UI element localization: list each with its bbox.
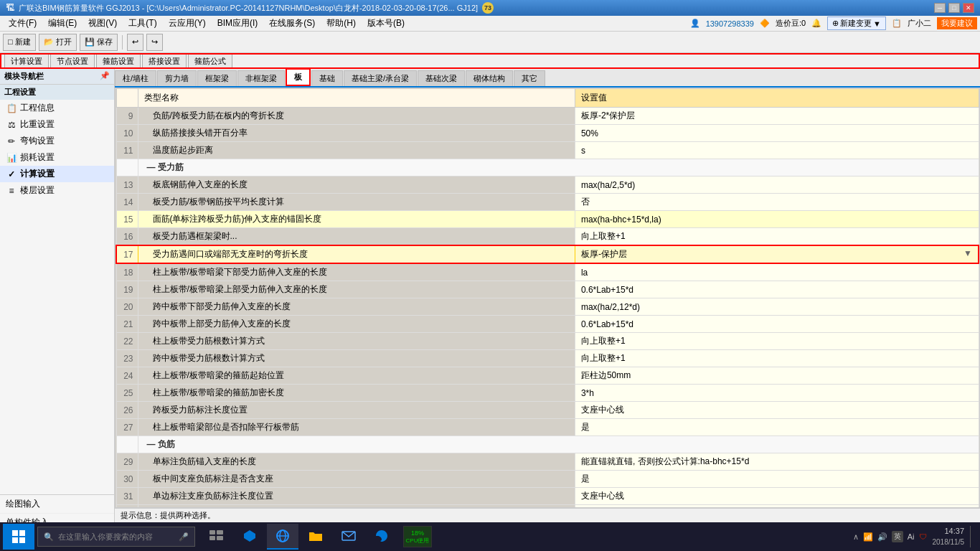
taskbar-mail[interactable] [333, 524, 364, 550]
menu-online[interactable]: 在线服务(S) [263, 16, 321, 31]
menu-file[interactable]: 文件(F) [3, 16, 42, 31]
table-row: — 负筋 [116, 436, 979, 453]
row-value[interactable]: 是 [575, 471, 979, 488]
svg-rect-2 [12, 537, 18, 543]
table-row[interactable]: 23跨中板带受力筋根数计算方式向上取整+1 [116, 350, 979, 367]
save-button[interactable]: 💾 保存 [80, 34, 118, 51]
tab-calc-settings[interactable]: 计算设置 [4, 54, 49, 69]
sidebar-item-hook-settings[interactable]: ✏ 弯钩设置 [0, 133, 114, 149]
taskbar-store[interactable] [234, 524, 265, 550]
row-value[interactable]: 距柱边50mm [575, 367, 979, 385]
row-value[interactable]: 能直锚就直锚, 否则按公式计算:ha-bhc+15*d [575, 453, 979, 471]
tab-shear-wall[interactable]: 剪力墙 [157, 70, 197, 86]
row-value[interactable]: 向上取整+1 [575, 228, 979, 246]
taskbar-ie[interactable] [267, 524, 298, 550]
sidebar-pin[interactable]: 📌 [100, 71, 110, 80]
tray-up-arrow[interactable]: ∧ [853, 532, 859, 542]
sidebar-draw-input[interactable]: 绘图输入 [0, 495, 114, 514]
table-row[interactable]: 13板底钢筋伸入支座的长度max(ha/2,5*d) [116, 176, 979, 194]
table-row[interactable]: 20跨中板带下部受力筋伸入支座的长度max(ha/2,12*d) [116, 298, 979, 316]
table-row[interactable]: 30板中间支座负筋标注是否含支座是 [116, 471, 979, 488]
taskbar-task-view[interactable] [201, 524, 232, 550]
menu-tools[interactable]: 工具(T) [123, 16, 162, 31]
table-row[interactable]: 27柱上板带暗梁部位是否扣除平行板带筋是 [116, 419, 979, 436]
row-value[interactable]: 向上取整+1 [575, 333, 979, 350]
row-value[interactable]: 支座中心线 [575, 488, 979, 505]
table-row[interactable]: 21跨中板带上部受力筋伸入支座的长度0.6*Lab+15*d [116, 316, 979, 333]
redo-button[interactable]: ↪ [146, 34, 163, 51]
table-row[interactable]: 25柱上板带/板带暗梁的箍筋加密长度3*h [116, 385, 979, 402]
table-row[interactable]: 22柱上板带受力筋根数计算方式向上取整+1 [116, 333, 979, 350]
row-value[interactable]: la [575, 263, 979, 281]
row-value[interactable]: 板厚-保护层 ▼ [575, 245, 979, 263]
row-value[interactable]: 向上取整+1 [575, 350, 979, 367]
menu-version[interactable]: 版本号(B) [362, 16, 410, 31]
row-value[interactable]: 50% [575, 125, 979, 142]
table-row[interactable]: 24柱上板带/板带暗梁的箍筋起始位置距柱边50mm [116, 367, 979, 385]
tab-foundation-secondary-beam[interactable]: 基础次梁 [418, 70, 465, 86]
table-row[interactable]: 19柱上板带/板带暗梁上部受力筋伸入支座的长度0.6*Lab+15*d [116, 281, 979, 298]
tab-stirrup-formula[interactable]: 箍筋公式 [188, 54, 232, 69]
start-button[interactable] [3, 524, 34, 550]
row-value[interactable]: max(ha/2,12*d) [575, 298, 979, 316]
menu-bar: 文件(F) 编辑(E) 视图(V) 工具(T) 云应用(Y) BIM应用(I) … [0, 16, 980, 32]
taskbar-search-bar[interactable]: 🔍 在这里输入你要搜索的内容 🎤 [37, 527, 195, 547]
tab-node-settings[interactable]: 节点设置 [50, 54, 95, 69]
sidebar-item-calc-settings[interactable]: ✓ 计算设置 [0, 166, 114, 182]
table-row[interactable]: 26跨板受力筋标注长度位置支座中心线 [116, 402, 979, 419]
table-row[interactable]: 29单标注负筋锚入支座的长度能直锚就直锚, 否则按公式计算:ha-bhc+15*… [116, 453, 979, 471]
table-row[interactable]: 31单边标注支座负筋标注长度位置支座中心线 [116, 488, 979, 505]
new-change-button[interactable]: ⊕ 新建变更 ▼ [827, 17, 886, 30]
open-button[interactable]: 📂 打开 [39, 34, 77, 51]
taskbar-edge[interactable] [366, 524, 397, 550]
menu-view[interactable]: 视图(V) [83, 16, 123, 31]
suggest-button[interactable]: 我要建议 [937, 17, 977, 29]
row-value[interactable]: 支座中心线 [575, 402, 979, 419]
row-value[interactable]: max(ha-bhc+15*d,la) [575, 211, 979, 228]
row-value[interactable]: s [575, 142, 979, 159]
undo-button[interactable]: ↩ [127, 34, 143, 51]
table-row[interactable]: 17受力筋遇间口或端部无支座时的弯折长度板厚-保护层 ▼ [116, 245, 979, 263]
row-value[interactable]: 0.6*Lab+15*d [575, 281, 979, 298]
svg-rect-3 [19, 537, 25, 543]
table-row[interactable]: 15面筋(单标注跨板受力筋)伸入支座的锚固长度max(ha-bhc+15*d,l… [116, 211, 979, 228]
taskbar-folder[interactable] [300, 524, 331, 550]
sidebar-item-loss-settings[interactable]: 📊 损耗设置 [0, 149, 114, 166]
row-value[interactable]: 是 [575, 419, 979, 436]
show-desktop-button[interactable] [970, 526, 974, 547]
table-row[interactable]: 9负筋/跨板受力筋在板内的弯折长度板厚-2*保护层 [116, 108, 979, 125]
tab-frame-beam[interactable]: 框架梁 [197, 70, 237, 86]
row-value[interactable]: 否 [575, 194, 979, 211]
table-row[interactable]: 16板受力筋遇框架梁时...向上取整+1 [116, 228, 979, 246]
table-row[interactable]: 11温度筋起步距离s [116, 142, 979, 159]
close-button[interactable]: ✕ [963, 3, 974, 13]
row-value[interactable]: max(ha/2,5*d) [575, 176, 979, 194]
sidebar-item-project-info[interactable]: 📋 工程信息 [0, 100, 114, 116]
tab-non-frame-beam[interactable]: 非框架梁 [237, 70, 285, 86]
tab-masonry[interactable]: 砌体结构 [466, 70, 513, 86]
new-button[interactable]: □ 新建 [3, 34, 36, 51]
sidebar-item-specific-gravity[interactable]: ⚖ 比重设置 [0, 116, 114, 133]
tab-stirrup-settings[interactable]: 箍筋设置 [96, 54, 141, 69]
menu-cloud[interactable]: 云应用(Y) [163, 16, 212, 31]
row-name: 面筋(单标注跨板受力筋)伸入支座的锚固长度 [138, 211, 575, 228]
menu-bim[interactable]: BIM应用(I) [212, 16, 264, 31]
row-value[interactable]: 3*h [575, 385, 979, 402]
maximize-button[interactable]: □ [948, 3, 960, 13]
table-row[interactable]: 14板受力筋/板带钢筋按平均长度计算否 [116, 194, 979, 211]
minimize-button[interactable]: ─ [934, 3, 946, 13]
table-row[interactable]: 18柱上板带/板带暗梁下部受力筋伸入支座的长度la [116, 263, 979, 281]
menu-help[interactable]: 帮助(H) [321, 16, 362, 31]
sidebar-item-floor-settings[interactable]: ≡ 楼层设置 [0, 182, 114, 199]
row-value[interactable]: 板厚-2*保护层 [575, 108, 979, 125]
tab-foundation-main-beam[interactable]: 基础主梁/承台梁 [344, 70, 417, 86]
row-name: 板中间支座负筋标注是否含支座 [138, 471, 575, 488]
tab-splice-settings[interactable]: 搭接设置 [142, 54, 187, 69]
table-row[interactable]: 10纵筋搭接接头错开百分率50% [116, 125, 979, 142]
tab-foundation[interactable]: 基础 [311, 70, 343, 86]
tab-column[interactable]: 柱/墙柱 [115, 70, 156, 86]
tab-other[interactable]: 其它 [514, 70, 545, 86]
tab-slab[interactable]: 板 [286, 68, 311, 86]
menu-edit[interactable]: 编辑(E) [42, 16, 83, 31]
row-value[interactable]: 0.6*Lab+15*d [575, 316, 979, 333]
